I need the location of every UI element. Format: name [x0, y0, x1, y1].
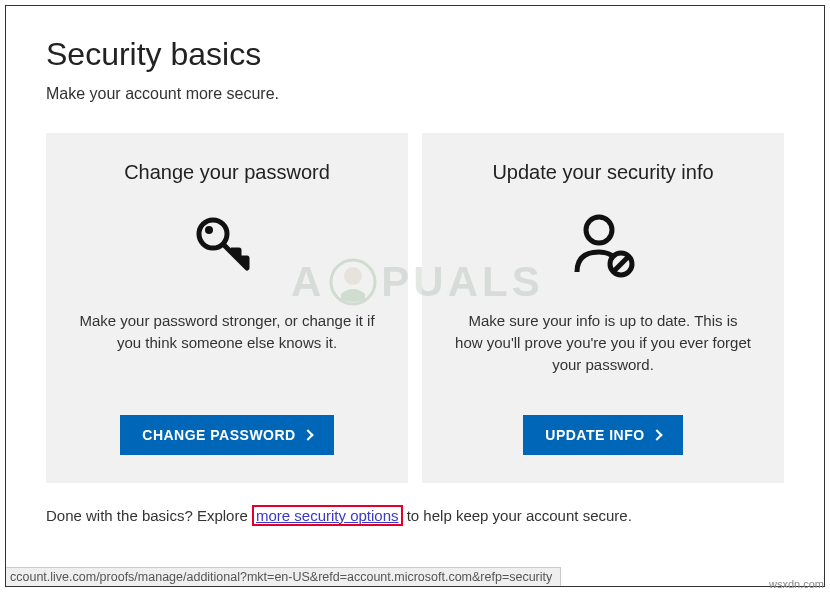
update-info-title: Update your security info — [492, 161, 713, 184]
update-info-desc: Make sure your info is up to date. This … — [446, 310, 760, 389]
page-container: A PUALS Security basics Make your accoun… — [5, 5, 825, 587]
svg-line-6 — [613, 256, 629, 272]
svg-point-2 — [199, 220, 227, 248]
footer-text: Done with the basics? Explore more secur… — [6, 483, 824, 530]
footer-suffix: to help keep your account secure. — [403, 507, 632, 524]
key-icon — [189, 208, 265, 284]
browser-status-bar: ccount.live.com/proofs/manage/additional… — [6, 567, 561, 586]
site-credit: wsxdn.com — [769, 578, 824, 590]
page-subtitle: Make your account more secure. — [46, 85, 784, 103]
page-header: Security basics Make your account more s… — [6, 6, 824, 113]
svg-point-4 — [586, 217, 612, 243]
cards-row: Change your password Make your password … — [6, 113, 824, 483]
change-password-card: Change your password Make your password … — [46, 133, 408, 483]
more-security-options-link[interactable]: more security options — [256, 507, 399, 524]
update-info-button-label: UPDATE INFO — [545, 427, 644, 443]
page-title: Security basics — [46, 36, 784, 73]
change-password-button[interactable]: CHANGE PASSWORD — [120, 415, 333, 455]
footer-prefix: Done with the basics? Explore — [46, 507, 252, 524]
svg-point-3 — [205, 226, 213, 234]
person-blocked-icon — [565, 208, 641, 284]
change-password-button-label: CHANGE PASSWORD — [142, 427, 295, 443]
chevron-right-icon — [302, 429, 313, 440]
chevron-right-icon — [651, 429, 662, 440]
change-password-desc: Make your password stronger, or change i… — [70, 310, 384, 389]
update-info-button[interactable]: UPDATE INFO — [523, 415, 682, 455]
change-password-title: Change your password — [124, 161, 330, 184]
update-info-card: Update your security info Make sure your… — [422, 133, 784, 483]
highlight-annotation: more security options — [252, 505, 403, 526]
